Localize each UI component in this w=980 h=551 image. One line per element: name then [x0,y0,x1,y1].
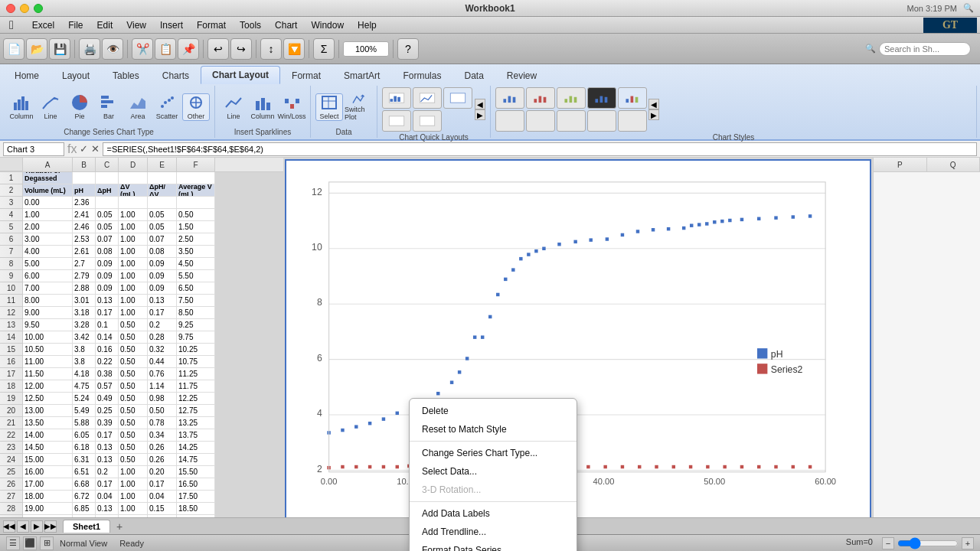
table-cell[interactable]: 0.2 [148,319,177,331]
col-header-a[interactable]: A [23,158,73,171]
table-cell[interactable]: 11.75 [177,380,215,393]
tab-data[interactable]: Data [452,67,495,84]
quick-layout-4[interactable] [382,110,411,132]
table-cell[interactable]: 3.28 [73,319,96,331]
cell-f1[interactable] [177,172,215,184]
table-cell[interactable]: 5.24 [73,393,96,405]
window-menu[interactable]: Window [305,18,350,32]
switch-plot-button[interactable]: Switch Plot [345,93,372,121]
table-cell[interactable]: 8.00 [23,295,73,307]
table-cell[interactable]: 0.09 [96,282,119,295]
table-cell[interactable]: 0.49 [96,393,119,405]
ctx-format-data-series[interactable]: Format Data Series... [410,541,577,551]
table-cell[interactable]: 0.09 [148,258,177,270]
table-cell[interactable]: 0.26 [148,454,177,466]
tab-tables[interactable]: Tables [101,67,151,84]
chart-type-line[interactable]: Line [37,93,64,121]
search-icon[interactable]: 🔍 [963,3,974,13]
table-cell[interactable]: 0.44 [148,356,177,368]
style-9[interactable] [587,110,616,132]
close-button[interactable] [6,4,15,13]
tab-format[interactable]: Format [280,67,332,84]
table-cell[interactable]: 0.13 [96,442,119,454]
view-menu[interactable]: View [120,18,152,32]
cut-button[interactable]: ✂️ [132,38,153,60]
col-header-f[interactable]: F [177,158,215,171]
cell-d2[interactable]: ΔV (mL) [119,184,148,197]
help-button[interactable]: ? [397,38,419,60]
table-cell[interactable]: 3.00 [23,233,73,246]
save-button[interactable]: 💾 [49,38,70,60]
table-cell[interactable]: 0.32 [148,344,177,356]
table-cell[interactable]: 2.41 [73,209,96,221]
table-cell[interactable]: 3.42 [73,331,96,344]
table-cell[interactable]: 3.8 [73,356,96,368]
table-cell[interactable]: 6.51 [73,466,96,478]
table-cell[interactable]: 0.50 [177,209,215,221]
table-cell[interactable]: 0.28 [148,331,177,344]
table-cell[interactable]: 0.17 [96,429,119,442]
cell-b2[interactable]: pH [73,184,96,197]
tab-review[interactable]: Review [495,67,548,84]
table-cell[interactable]: 10.00 [23,331,73,344]
ctx-add-data-labels[interactable]: Add Data Labels [410,504,577,523]
table-cell[interactable] [148,197,177,209]
help-menu[interactable]: Help [351,18,383,32]
table-cell[interactable]: 3.8 [73,344,96,356]
table-cell[interactable]: 0.05 [96,209,119,221]
cell-a2[interactable]: Volume (mL) [23,184,73,197]
layout-next[interactable]: ▶ [475,109,485,120]
ctx-add-trendline[interactable]: Add Trendline... [410,523,577,541]
zoom-out-button[interactable]: − [882,537,894,549]
table-cell[interactable]: 0.50 [119,442,148,454]
table-cell[interactable]: 2.61 [73,246,96,258]
cell-f2[interactable]: Average V (mL) [177,184,215,197]
table-cell[interactable]: 0.13 [96,295,119,307]
table-cell[interactable]: 13.75 [177,429,215,442]
table-cell[interactable]: 1.00 [119,295,148,307]
table-cell[interactable]: 0.50 [119,393,148,405]
table-cell[interactable]: 2.53 [73,233,96,246]
table-cell[interactable]: 0.2 [96,466,119,478]
table-cell[interactable]: 5.88 [73,417,96,429]
tools-menu[interactable]: Tools [234,18,267,32]
style-3[interactable] [557,87,586,109]
chart-type-bar[interactable]: Bar [95,93,122,121]
table-cell[interactable]: 16.00 [23,466,73,478]
table-cell[interactable]: 1.00 [119,258,148,270]
table-cell[interactable]: 0.50 [119,344,148,356]
table-cell[interactable]: 3.01 [73,295,96,307]
quick-layout-5[interactable] [413,110,442,132]
table-cell[interactable]: 0.50 [119,454,148,466]
col-header-e[interactable]: E [148,158,177,171]
table-cell[interactable]: 12.50 [23,393,73,405]
tab-home[interactable]: Home [3,67,51,84]
edit-menu[interactable]: Edit [91,18,119,32]
table-cell[interactable]: 14.50 [23,442,73,454]
format-menu[interactable]: Format [191,18,232,32]
table-cell[interactable]: 0.50 [119,356,148,368]
table-cell[interactable]: 0.09 [96,258,119,270]
table-cell[interactable]: 1.00 [119,282,148,295]
table-cell[interactable] [119,197,148,209]
table-cell[interactable]: 0.50 [119,319,148,331]
table-cell[interactable]: 0.16 [96,344,119,356]
filter-button[interactable]: 🔽 [283,38,305,60]
table-cell[interactable]: 0.50 [119,405,148,417]
table-cell[interactable]: 0.05 [96,221,119,233]
ctx-change-chart-type[interactable]: Change Series Chart Type... [410,444,577,462]
table-cell[interactable]: 9.75 [177,331,215,344]
ctx-reset-style[interactable]: Reset to Match Style [410,420,577,439]
tab-first[interactable]: ◀◀ [3,520,15,533]
table-cell[interactable]: 6.85 [73,503,96,515]
table-cell[interactable]: 1.00 [119,491,148,503]
table-cell[interactable]: 9.25 [177,319,215,331]
table-cell[interactable]: 0.09 [148,270,177,282]
table-cell[interactable]: 0.08 [148,246,177,258]
table-cell[interactable]: 1.00 [119,466,148,478]
table-cell[interactable]: 6.72 [73,491,96,503]
ctx-delete[interactable]: Delete [410,402,577,420]
table-cell[interactable]: 6.31 [73,454,96,466]
table-cell[interactable]: 0.13 [96,503,119,515]
table-cell[interactable]: 1.00 [119,221,148,233]
